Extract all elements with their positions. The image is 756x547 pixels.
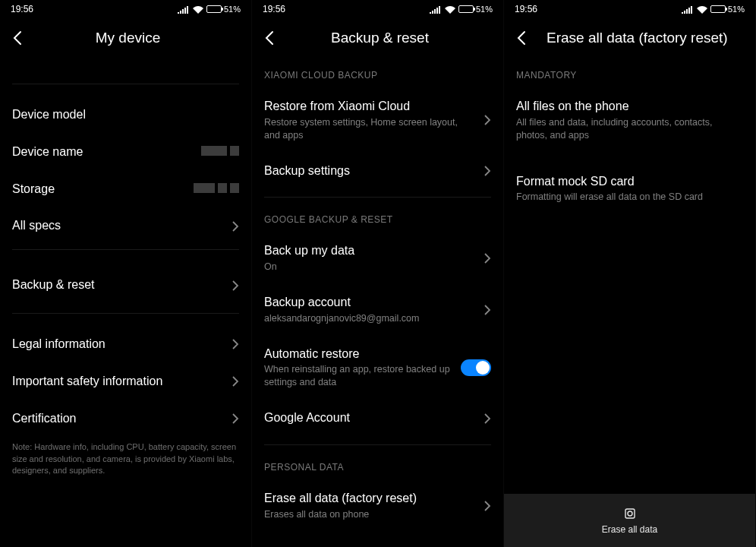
- battery-pct: 51%: [224, 5, 241, 14]
- button-label: Erase all data: [602, 524, 657, 535]
- row-sub: When reinstalling an app, restore backed…: [264, 363, 453, 389]
- row-legal[interactable]: Legal information: [0, 326, 251, 363]
- row-sub: On: [264, 261, 476, 274]
- reset-icon: [622, 506, 638, 521]
- chevron-right-icon: [484, 114, 491, 126]
- screen-erase-all-data: 19:56 51% Erase all data (factory reset)…: [504, 0, 756, 547]
- back-button[interactable]: [516, 30, 527, 46]
- header: Backup & reset: [252, 18, 503, 58]
- signal-icon: [178, 6, 188, 14]
- chevron-left-icon: [12, 30, 23, 46]
- section-personal: PERSONAL DATA: [252, 450, 503, 480]
- status-bar: 19:56 51%: [252, 0, 503, 18]
- toggle-automatic-restore[interactable]: [461, 359, 491, 376]
- chevron-right-icon: [232, 413, 239, 425]
- row-label: Google Account: [264, 410, 476, 426]
- chevron-right-icon: [484, 165, 491, 177]
- row-sub: All files and data, including accounts, …: [516, 116, 743, 142]
- row-label: Backup account: [264, 295, 476, 311]
- row-label: All files on the phone: [516, 99, 743, 115]
- row-restore-xiaomi[interactable]: Restore from Xiaomi Cloud Restore system…: [252, 88, 503, 153]
- svg-point-1: [628, 511, 632, 516]
- row-backup-reset[interactable]: Backup & reset: [0, 262, 251, 308]
- row-device-name[interactable]: Device name: [0, 134, 251, 171]
- screen-backup-reset: 19:56 51% Backup & reset XIAOMI CLOUD BA…: [252, 0, 504, 547]
- row-google-account[interactable]: Google Account: [252, 400, 503, 437]
- battery-pct: 51%: [476, 5, 493, 14]
- back-button[interactable]: [264, 30, 275, 46]
- page-title: Erase all data (factory reset): [547, 30, 743, 46]
- screen-my-device: 19:56 51% My device Device model Device …: [0, 0, 252, 547]
- row-automatic-restore[interactable]: Automatic restore When reinstalling an a…: [252, 336, 503, 400]
- status-bar: 19:56 51%: [504, 0, 755, 18]
- row-device-model[interactable]: Device model: [0, 96, 251, 134]
- status-time: 19:56: [11, 4, 33, 14]
- battery-icon: [710, 5, 726, 13]
- row-label: Legal information: [12, 337, 224, 353]
- row-certification[interactable]: Certification: [0, 400, 251, 438]
- header: Erase all data (factory reset): [504, 18, 755, 58]
- redacted-value: [198, 145, 239, 159]
- signal-icon: [430, 6, 440, 14]
- wifi-icon: [445, 6, 455, 14]
- status-icons: 51%: [427, 4, 493, 14]
- chevron-right-icon: [232, 280, 239, 292]
- row-backup-my-data[interactable]: Back up my data On: [252, 232, 503, 284]
- chevron-right-icon: [484, 252, 491, 264]
- row-label: Device model: [12, 107, 232, 123]
- row-label: Backup settings: [264, 163, 476, 179]
- row-all-specs[interactable]: All specs: [0, 207, 251, 245]
- row-erase-all-data[interactable]: Erase all data (factory reset) Erases al…: [252, 480, 503, 532]
- chevron-right-icon: [232, 375, 239, 387]
- row-label: Restore from Xiaomi Cloud: [264, 99, 476, 115]
- wifi-icon: [193, 6, 203, 14]
- row-sub: aleksandarognjanovic89@gmail.com: [264, 312, 476, 325]
- row-format-sd[interactable]: Format mock SD card Formatting will eras…: [504, 163, 755, 215]
- row-label: Erase all data (factory reset): [264, 491, 476, 507]
- chevron-right-icon: [232, 338, 239, 350]
- row-sub: Erases all data on phone: [264, 508, 476, 521]
- signal-icon: [682, 6, 692, 14]
- row-label: Automatic restore: [264, 346, 453, 362]
- row-label: Storage: [12, 182, 183, 198]
- svg-rect-0: [625, 509, 635, 518]
- section-google: GOOGLE BACKUP & RESET: [252, 202, 503, 232]
- row-label: Back up my data: [264, 243, 476, 259]
- redacted-value: [191, 182, 239, 196]
- row-backup-settings[interactable]: Backup settings: [252, 153, 503, 190]
- row-label: Format mock SD card: [516, 174, 743, 190]
- row-label: Important safety information: [12, 374, 224, 390]
- status-time: 19:56: [515, 4, 537, 14]
- chevron-right-icon: [484, 413, 491, 425]
- back-button[interactable]: [12, 30, 23, 46]
- chevron-right-icon: [484, 500, 491, 512]
- battery-pct: 51%: [728, 5, 745, 14]
- battery-icon: [458, 5, 474, 13]
- erase-all-data-button[interactable]: Erase all data: [504, 494, 755, 547]
- status-icons: 51%: [679, 4, 745, 14]
- row-label: All specs: [12, 218, 224, 234]
- chevron-right-icon: [232, 220, 239, 232]
- header: My device: [0, 18, 251, 58]
- row-storage[interactable]: Storage: [0, 171, 251, 208]
- wifi-icon: [697, 6, 707, 14]
- row-backup-account[interactable]: Backup account aleksandarognjanovic89@gm…: [252, 284, 503, 336]
- row-label: Backup & reset: [12, 277, 224, 293]
- row-label: Device name: [12, 144, 191, 160]
- chevron-left-icon: [264, 30, 275, 46]
- footer-note: Note: Hardware info, including CPU, batt…: [0, 437, 251, 476]
- chevron-left-icon: [516, 30, 527, 46]
- section-xiaomi: XIAOMI CLOUD BACKUP: [252, 58, 503, 88]
- row-safety[interactable]: Important safety information: [0, 363, 251, 400]
- status-bar: 19:56 51%: [0, 0, 251, 18]
- row-label: Certification: [12, 411, 224, 427]
- row-all-files[interactable]: All files on the phone All files and dat…: [504, 88, 755, 153]
- row-sub: Restore system settings, Home screen lay…: [264, 116, 476, 142]
- status-time: 19:56: [263, 4, 285, 14]
- page-title: My device: [38, 30, 218, 46]
- page-title: Backup & reset: [290, 30, 470, 46]
- battery-icon: [206, 5, 222, 13]
- section-mandatory: MANDATORY: [504, 58, 755, 88]
- chevron-right-icon: [484, 304, 491, 316]
- row-sub: Formatting will erase all data on the SD…: [516, 191, 743, 204]
